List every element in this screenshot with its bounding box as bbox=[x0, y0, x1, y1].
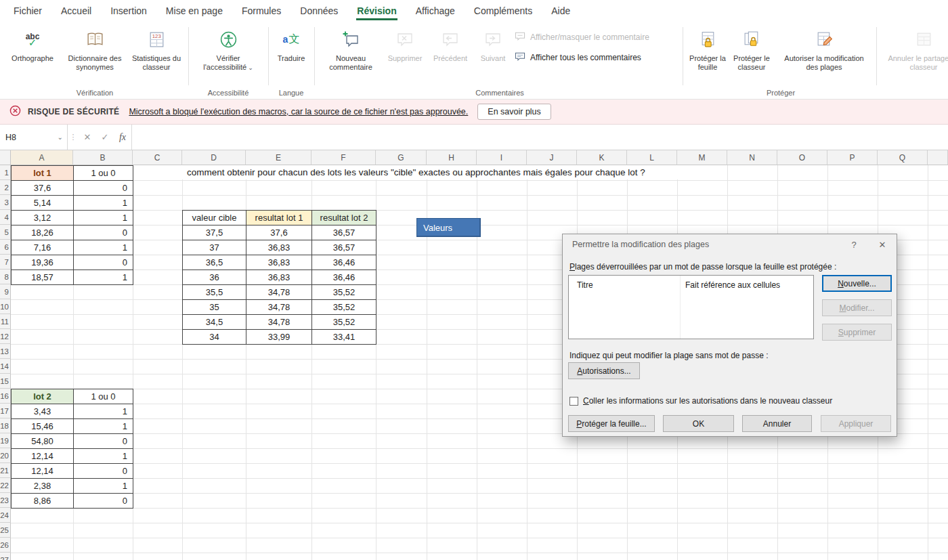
cell[interactable]: 1 ou 0 bbox=[74, 166, 133, 181]
row-header-14[interactable]: 14 bbox=[0, 359, 11, 374]
apply-button[interactable]: Appliquer bbox=[821, 415, 891, 432]
cell[interactable]: 35,5 bbox=[183, 285, 246, 300]
cell[interactable]: 1 bbox=[74, 404, 133, 419]
cell[interactable]: 12,14 bbox=[12, 449, 74, 464]
column-header-P[interactable]: P bbox=[827, 150, 878, 165]
tab-mise-en-page[interactable]: Mise en page bbox=[156, 0, 232, 22]
cell[interactable]: 33,99 bbox=[246, 330, 312, 345]
cell[interactable]: 36,57 bbox=[312, 240, 376, 255]
cell[interactable]: 34,78 bbox=[246, 285, 312, 300]
row-header-4[interactable]: 4 bbox=[0, 210, 11, 225]
cell[interactable]: lot 1 bbox=[12, 166, 74, 181]
cell[interactable]: 37,6 bbox=[12, 181, 74, 196]
tab-fichier[interactable]: Fichier bbox=[4, 0, 51, 22]
row-header-13[interactable]: 13 bbox=[0, 344, 11, 359]
cell[interactable]: lot 2 bbox=[12, 389, 74, 404]
cell[interactable]: 19,36 bbox=[12, 255, 74, 270]
cell[interactable]: 15,46 bbox=[12, 419, 74, 434]
column-header-C[interactable]: C bbox=[133, 150, 182, 165]
insert-function-icon[interactable]: fx bbox=[114, 125, 131, 150]
dialog-title-bar[interactable]: Permettre la modification des plages ? ✕ bbox=[563, 234, 897, 255]
cell[interactable]: 0 bbox=[74, 225, 133, 240]
unshare-workbook-button[interactable]: Annuler le partage du classeur bbox=[880, 24, 948, 91]
cell[interactable]: valeur cible bbox=[183, 211, 246, 225]
cell[interactable]: resultat lot 1 bbox=[246, 211, 312, 225]
column-header-E[interactable]: E bbox=[246, 150, 311, 165]
cell[interactable]: 8,86 bbox=[12, 494, 74, 509]
name-box-dropdown-icon[interactable]: ⌄ bbox=[58, 133, 63, 141]
cell[interactable]: 34,78 bbox=[246, 315, 312, 330]
new-comment-button[interactable]: Nouveau commentaire bbox=[318, 24, 383, 91]
delete-range-button[interactable]: Supprimer bbox=[822, 324, 892, 341]
cell[interactable]: 36,46 bbox=[312, 270, 376, 285]
modify-range-button[interactable]: Modifier... bbox=[822, 299, 892, 316]
check-accessibility-button[interactable]: Vérifier l'accessibilité⌄ bbox=[191, 24, 265, 91]
row-header-11[interactable]: 11 bbox=[0, 314, 11, 329]
cell[interactable]: 0 bbox=[74, 181, 133, 196]
row-header-7[interactable]: 7 bbox=[0, 255, 11, 270]
show-hide-comment-button[interactable]: Afficher/masquer le commentaire bbox=[515, 30, 649, 45]
column-header-H[interactable]: H bbox=[427, 150, 477, 165]
confirm-entry-icon[interactable]: ✓ bbox=[96, 125, 114, 150]
column-header-I[interactable]: I bbox=[477, 150, 527, 165]
thesaurus-button[interactable]: Dictionnaire des synonymes bbox=[62, 24, 127, 91]
column-header-M[interactable]: M bbox=[677, 150, 727, 165]
workbook-statistics-button[interactable]: 123 Statistiques du classeur bbox=[129, 24, 184, 91]
column-header-G[interactable]: G bbox=[376, 150, 427, 165]
show-all-comments-button[interactable]: Afficher tous les commentaires bbox=[515, 50, 649, 65]
ranges-list[interactable]: Titre Fait référence aux cellules bbox=[568, 275, 814, 339]
cell[interactable]: 36,57 bbox=[312, 225, 376, 240]
row-header-21[interactable]: 21 bbox=[0, 463, 11, 478]
delete-comment-button[interactable]: Supprimer bbox=[386, 24, 424, 91]
next-comment-button[interactable]: Suivant bbox=[477, 24, 509, 91]
cell[interactable]: 35,52 bbox=[312, 315, 376, 330]
cancel-entry-icon[interactable]: ✕ bbox=[79, 125, 96, 150]
cell[interactable]: 36,5 bbox=[183, 255, 246, 270]
column-header-J[interactable]: J bbox=[527, 150, 577, 165]
cell[interactable]: 1 bbox=[74, 419, 133, 434]
cell-note-text[interactable]: comment obtenir pour chacun des lots les… bbox=[182, 165, 724, 179]
cell[interactable]: 36,83 bbox=[246, 255, 312, 270]
row-header-19[interactable]: 19 bbox=[0, 433, 11, 448]
cell[interactable]: 37,6 bbox=[246, 225, 312, 240]
name-box[interactable]: H8 ⌄ bbox=[0, 125, 68, 150]
column-header-Q[interactable]: Q bbox=[878, 150, 928, 165]
cell[interactable]: 0 bbox=[74, 464, 133, 479]
dialog-help-icon[interactable]: ? bbox=[840, 240, 868, 250]
column-header-A[interactable]: A bbox=[11, 150, 73, 165]
cell[interactable]: 36 bbox=[183, 270, 246, 285]
cell[interactable]: 1 bbox=[74, 449, 133, 464]
list-header-titre[interactable]: Titre bbox=[569, 276, 681, 339]
cell[interactable]: 1 ou 0 bbox=[74, 389, 133, 404]
list-header-reference[interactable]: Fait référence aux cellules bbox=[681, 276, 813, 339]
row-header-2[interactable]: 2 bbox=[0, 180, 11, 195]
row-header-20[interactable]: 20 bbox=[0, 448, 11, 463]
row-header-16[interactable]: 16 bbox=[0, 389, 11, 404]
column-header-B[interactable]: B bbox=[73, 150, 133, 165]
cell[interactable]: 1 bbox=[74, 196, 133, 211]
row-header-6[interactable]: 6 bbox=[0, 240, 11, 255]
row-header-22[interactable]: 22 bbox=[0, 478, 11, 493]
column-header-F[interactable]: F bbox=[311, 150, 376, 165]
tab-accueil[interactable]: Accueil bbox=[51, 0, 101, 22]
learn-more-button[interactable]: En savoir plus bbox=[477, 104, 551, 120]
cell[interactable]: 1 bbox=[74, 270, 133, 285]
column-header-O[interactable]: O bbox=[777, 150, 827, 165]
cell[interactable]: 36,83 bbox=[246, 270, 312, 285]
paste-permissions-checkbox[interactable] bbox=[569, 397, 578, 406]
tab-aide[interactable]: Aide bbox=[542, 0, 580, 22]
new-range-button[interactable]: Nouvelle... bbox=[822, 275, 892, 292]
cell[interactable]: 37 bbox=[183, 240, 246, 255]
dialog-close-icon[interactable]: ✕ bbox=[868, 240, 897, 250]
cell[interactable]: 34 bbox=[183, 330, 246, 345]
row-header-9[interactable]: 9 bbox=[0, 284, 11, 299]
protect-sheet-button[interactable]: Protéger la feuille bbox=[688, 24, 727, 91]
spelling-button[interactable]: abc✓ Orthographe bbox=[5, 24, 60, 91]
allow-edit-ranges-button[interactable]: Autoriser la modification des plages bbox=[777, 24, 871, 91]
protect-workbook-button[interactable]: Protéger le classeur bbox=[729, 24, 775, 91]
row-header-10[interactable]: 10 bbox=[0, 299, 11, 314]
cancel-button[interactable]: Annuler bbox=[742, 415, 812, 432]
row-header-15[interactable]: 15 bbox=[0, 374, 11, 389]
row-header-1[interactable]: 1 bbox=[0, 165, 11, 180]
cell[interactable]: 0 bbox=[74, 434, 133, 449]
